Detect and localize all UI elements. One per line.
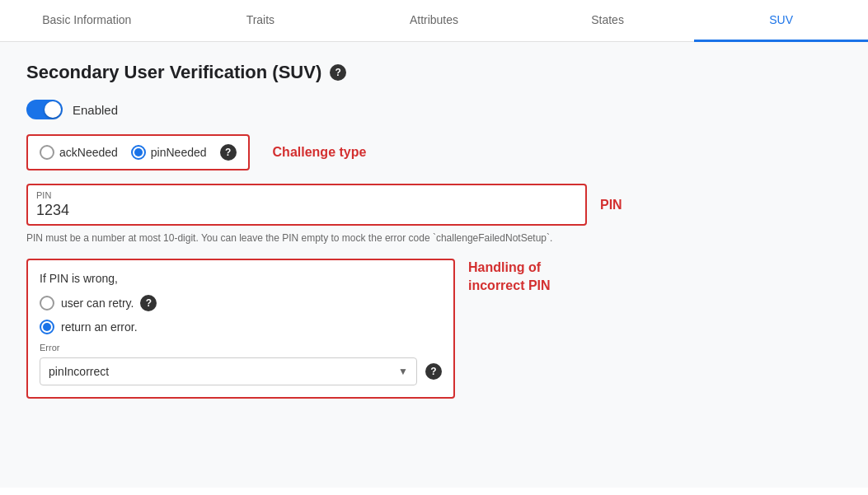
incorrect-pin-title: If PIN is wrong,: [40, 272, 442, 285]
radio-pin-label: pinNeeded: [151, 146, 207, 159]
pin-field-label: PIN: [36, 190, 577, 200]
radio-ack-outer: [40, 145, 54, 160]
error-label-text: return an error.: [61, 320, 138, 334]
incorrect-pin-box: If PIN is wrong, user can retry. ? retur…: [26, 259, 455, 399]
incorrect-pin-annotation: Handling of incorrect PIN: [468, 259, 551, 296]
page-title-row: Secondary User Verification (SUV) ?: [26, 62, 842, 83]
enabled-label: Enabled: [73, 103, 118, 117]
tabs-container: Basic Information Traits Attributes Stat…: [0, 0, 868, 42]
retry-help-icon[interactable]: ?: [140, 295, 157, 311]
error-dropdown-label: Error: [40, 343, 442, 353]
enabled-toggle[interactable]: [26, 100, 63, 119]
error-radio-outer: [40, 320, 54, 334]
pin-annotation: PIN: [600, 198, 622, 212]
challenge-type-help-icon[interactable]: ?: [220, 144, 237, 161]
error-dropdown-row: Error pinIncorrect ▼ ?: [40, 343, 442, 385]
page-title: Secondary User Verification (SUV): [26, 62, 321, 83]
radio-pin-needed[interactable]: pinNeeded: [131, 145, 207, 160]
pin-hint: PIN must be a number at most 10-digit. Y…: [26, 231, 842, 245]
tab-bar: Basic Information Traits Attributes Stat…: [0, 0, 868, 42]
error-option[interactable]: return an error.: [40, 320, 442, 334]
pin-value: 1234: [36, 202, 577, 219]
tab-traits[interactable]: Traits: [174, 0, 348, 42]
dropdown-arrow-icon: ▼: [398, 366, 408, 377]
radio-ack-label: ackNeeded: [59, 146, 118, 159]
error-help-row: pinIncorrect ▼ ?: [40, 357, 442, 385]
challenge-type-row: ackNeeded pinNeeded ? Challenge type: [26, 134, 842, 170]
radio-ack-needed[interactable]: ackNeeded: [40, 145, 118, 160]
retry-radio-outer: [40, 296, 54, 311]
tab-states[interactable]: States: [521, 0, 695, 42]
pin-box-wrapper: PIN 1234 PIN: [26, 184, 842, 226]
enabled-toggle-row: Enabled: [26, 100, 842, 119]
main-content: Secondary User Verification (SUV) ? Enab…: [0, 42, 868, 488]
error-dropdown-value: pinIncorrect: [49, 365, 109, 378]
challenge-type-annotation: Challenge type: [273, 145, 367, 160]
retry-option[interactable]: user can retry. ?: [40, 295, 442, 311]
pin-section: PIN 1234 PIN PIN must be a number at mos…: [26, 184, 842, 245]
error-dropdown-help-icon[interactable]: ?: [425, 363, 442, 380]
tab-basic-information[interactable]: Basic Information: [0, 0, 174, 42]
retry-label: user can retry.: [61, 297, 134, 310]
incorrect-pin-row: If PIN is wrong, user can retry. ? retur…: [26, 259, 842, 399]
tab-suv[interactable]: SUV: [694, 0, 868, 42]
tab-attributes[interactable]: Attributes: [347, 0, 521, 42]
radio-pin-outer: [131, 145, 146, 160]
pin-input-box[interactable]: PIN 1234: [26, 184, 587, 226]
title-help-icon[interactable]: ?: [330, 64, 346, 81]
challenge-type-box: ackNeeded pinNeeded ?: [26, 134, 250, 170]
error-dropdown[interactable]: pinIncorrect ▼: [40, 357, 417, 385]
radio-pin-inner: [134, 148, 143, 156]
error-radio-inner: [43, 323, 51, 331]
